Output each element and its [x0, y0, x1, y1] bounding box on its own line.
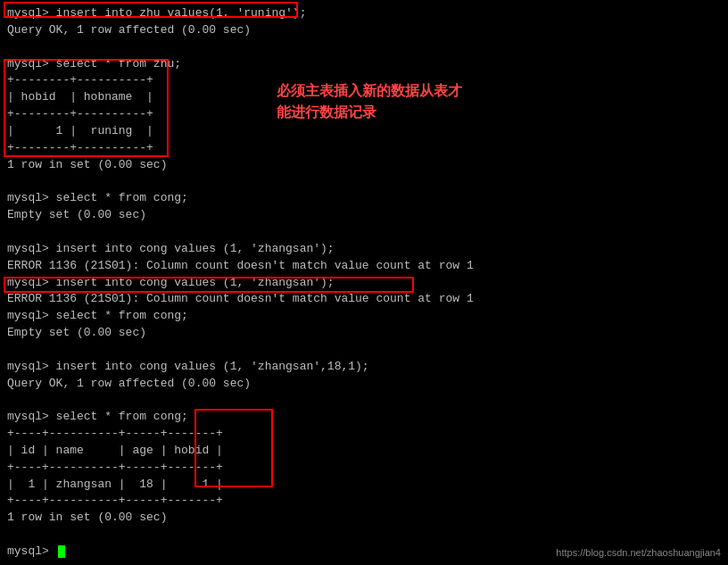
terminal-line: mysql> select * from cong;: [7, 308, 721, 325]
terminal-line: Query OK, 1 row affected (0.00 sec): [7, 376, 721, 393]
terminal-line: mysql> select * from zhu;: [7, 56, 721, 73]
terminal-line: [7, 224, 721, 241]
terminal-line: mysql> insert into cong values (1, 'zhan…: [7, 241, 721, 258]
terminal-line: +----+----------+-----+-------+: [7, 493, 721, 510]
terminal-line: [7, 173, 721, 190]
terminal-line: [7, 342, 721, 359]
terminal-line: Empty set (0.00 sec): [7, 207, 721, 224]
terminal-line: ERROR 1136 (21S01): Column count doesn't…: [7, 258, 721, 275]
terminal: mysql> insert into zhu values(1, 'runing…: [0, 0, 728, 565]
terminal-line: Empty set (0.00 sec): [7, 325, 721, 342]
terminal-line: | id | name | age | hobid |: [7, 443, 721, 460]
terminal-line: +----+----------+-----+-------+: [7, 460, 721, 477]
terminal-line: mysql> insert into cong values (1, 'zhan…: [7, 275, 721, 292]
terminal-line: +----+----------+-----+-------+: [7, 426, 721, 443]
terminal-line: [7, 392, 721, 409]
terminal-line: mysql> insert into cong values (1, 'zhan…: [7, 359, 721, 376]
terminal-line: +--------+----------+: [7, 140, 721, 157]
terminal-line: [7, 527, 721, 544]
terminal-line: | 1 | runing |: [7, 123, 721, 140]
annotation-text: 必须主表插入新的数据从表才能进行数据记录: [277, 80, 473, 123]
terminal-line: 1 row in set (0.00 sec): [7, 510, 721, 527]
terminal-line: ERROR 1136 (21S01): Column count doesn't…: [7, 291, 721, 308]
terminal-line: mysql> select * from cong;: [7, 190, 721, 207]
terminal-line: mysql> select * from cong;: [7, 409, 721, 426]
terminal-line: Query OK, 1 row affected (0.00 sec): [7, 22, 721, 39]
terminal-line: [7, 39, 721, 56]
watermark: https://blog.csdn.net/zhaoshuangjian4: [556, 547, 721, 558]
cursor: [58, 545, 65, 558]
terminal-line: mysql> insert into zhu values(1, 'runing…: [7, 5, 721, 22]
terminal-line: | 1 | zhangsan | 18 | 1 |: [7, 477, 721, 494]
terminal-line: 1 row in set (0.00 sec): [7, 157, 721, 174]
